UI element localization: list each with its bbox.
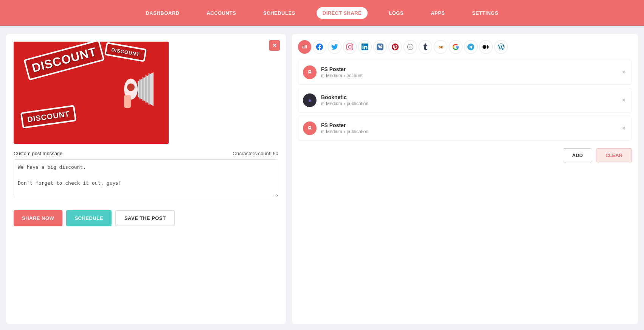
social-icon-instagram[interactable] — [343, 40, 357, 54]
megaphone-icon — [108, 65, 157, 121]
all-label: all — [302, 44, 307, 50]
social-icon-vk[interactable] — [373, 40, 387, 54]
add-button[interactable]: ADD — [563, 148, 592, 162]
accounts-list: FS Poster ⊞ Medium › account × B — [298, 60, 632, 141]
main-content: ✕ DISCOUNT DISCOUNT DISCOUNT — [0, 28, 644, 330]
discount-stamp-2: DISCOUNT — [104, 42, 147, 62]
social-icon-facebook[interactable] — [313, 40, 326, 54]
account-remove-1[interactable]: × — [621, 67, 627, 77]
medium-icon-1: ⊞ — [321, 73, 324, 78]
message-label: Custom post message — [14, 151, 62, 156]
social-icon-twitter[interactable] — [328, 40, 341, 54]
main-nav: DASHBOARD ACCOUNTS SCHEDULES DIRECT SHAR… — [0, 0, 644, 26]
account-item-3: FS Poster ⊞ Medium › publication × — [298, 116, 632, 141]
account-meta-2: ⊞ Medium › publication — [321, 101, 627, 106]
account-meta-3: ⊞ Medium › publication — [321, 129, 627, 134]
svg-point-11 — [309, 71, 310, 72]
message-textarea[interactable]: We have a big discount. Don't forget to … — [14, 159, 278, 197]
svg-text:B: B — [309, 99, 311, 103]
account-item-1: FS Poster ⊞ Medium › account × — [298, 60, 632, 85]
platform-3: Medium — [326, 129, 342, 134]
post-image: DISCOUNT DISCOUNT DISCOUNT — [14, 42, 169, 144]
char-count-row: Custom post message Characters count: 60 — [14, 151, 278, 156]
social-icon-odnoklassniki[interactable]: ок — [434, 40, 447, 54]
account-name-1: FS Poster — [321, 66, 627, 72]
account-info-1: FS Poster ⊞ Medium › account — [321, 66, 627, 78]
account-avatar-3 — [303, 121, 317, 135]
medium-icon-2: ⊞ — [321, 101, 324, 106]
social-icon-google[interactable] — [449, 40, 462, 54]
account-remove-3[interactable]: × — [621, 123, 627, 133]
clear-button[interactable]: CLEAR — [596, 148, 632, 162]
social-icon-ok[interactable]: ok — [403, 40, 417, 54]
schedule-button[interactable]: SCHEDULE — [66, 210, 112, 226]
nav-apps[interactable]: APPS — [425, 7, 451, 19]
type-3: publication — [347, 129, 368, 134]
social-icon-wordpress[interactable] — [494, 40, 508, 54]
social-icon-all[interactable]: all — [298, 40, 311, 54]
account-name-2: Booknetic — [321, 94, 627, 100]
account-name-3: FS Poster — [321, 122, 627, 128]
account-info-2: Booknetic ⊞ Medium › publication — [321, 94, 627, 106]
svg-point-7 — [127, 84, 135, 91]
discount-image: DISCOUNT DISCOUNT DISCOUNT — [14, 42, 169, 144]
type-2: publication — [347, 101, 368, 106]
social-icons-row: all — [298, 40, 632, 54]
medium-icon-3: ⊞ — [321, 129, 324, 134]
discount-stamp-3: DISCOUNT — [20, 105, 77, 129]
svg-rect-2 — [124, 95, 131, 108]
close-button[interactable]: ✕ — [269, 40, 280, 51]
svg-text:ok: ok — [409, 46, 412, 48]
nav-accounts[interactable]: ACCOUNTS — [200, 7, 242, 19]
account-item-2: B Booknetic ⊞ Medium › publication × — [298, 88, 632, 113]
nav-logs[interactable]: LOGS — [383, 7, 410, 19]
account-remove-2[interactable]: × — [621, 95, 627, 105]
account-info-3: FS Poster ⊞ Medium › publication — [321, 122, 627, 134]
nav-settings[interactable]: SETTINGS — [466, 7, 504, 19]
svg-point-15 — [309, 127, 310, 128]
nav-direct-share[interactable]: DIRECT SHARE — [317, 7, 368, 19]
type-1: account — [347, 73, 363, 78]
arrow-2: › — [344, 101, 345, 106]
nav-dashboard[interactable]: DASHBOARD — [140, 7, 185, 19]
account-meta-1: ⊞ Medium › account — [321, 73, 627, 78]
social-icon-telegram[interactable] — [464, 40, 478, 54]
arrow-3: › — [344, 129, 345, 134]
nav-schedules[interactable]: SCHEDULES — [257, 7, 301, 19]
account-avatar-1 — [303, 65, 317, 79]
arrow-1: › — [344, 73, 345, 78]
social-icon-tumblr[interactable] — [419, 40, 432, 54]
social-icon-pinterest[interactable] — [388, 40, 402, 54]
social-icon-linkedin[interactable] — [358, 40, 372, 54]
share-now-button[interactable]: SHARE NOW — [14, 210, 62, 226]
action-buttons: SHARE NOW SCHEDULE SAVE THE POST — [14, 210, 278, 226]
right-panel: all — [292, 34, 638, 324]
chars-count: Characters count: 60 — [233, 151, 278, 156]
save-post-button[interactable]: SAVE THE POST — [115, 210, 175, 226]
social-icon-medium[interactable] — [479, 40, 493, 54]
panel-bottom-buttons: ADD CLEAR — [298, 148, 632, 162]
platform-1: Medium — [326, 73, 342, 78]
discount-stamp-1: DISCOUNT — [23, 42, 105, 81]
account-avatar-2: B — [303, 93, 317, 107]
left-panel: ✕ DISCOUNT DISCOUNT DISCOUNT — [6, 34, 286, 324]
platform-2: Medium — [326, 101, 342, 106]
